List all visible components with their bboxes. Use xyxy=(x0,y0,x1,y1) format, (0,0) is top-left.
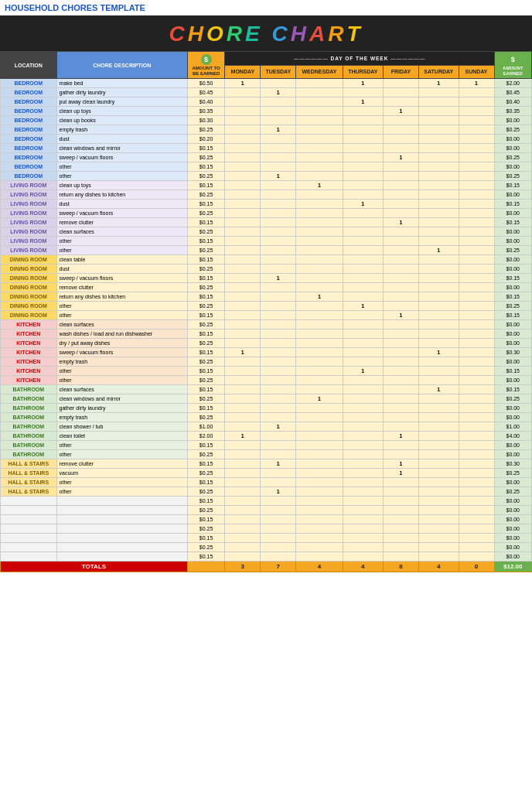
day-cell xyxy=(261,190,296,200)
earned-cell: $0.15 xyxy=(494,200,531,209)
location-cell: BATHROOM xyxy=(1,422,57,432)
earned-cell: $0.25 xyxy=(494,172,531,181)
day-cell xyxy=(261,218,296,227)
tuesday-header: TUESDAY xyxy=(261,65,296,79)
day-cell xyxy=(383,487,418,497)
day-cell xyxy=(343,311,383,320)
day-cell xyxy=(383,348,418,357)
dollar-icon: $ xyxy=(201,54,212,65)
chore-cell: other xyxy=(56,376,187,385)
day-cell xyxy=(418,283,459,292)
amount-cell: $0.25 xyxy=(187,125,224,135)
earned-cell: $0.00 xyxy=(494,265,531,274)
day-cell xyxy=(225,209,261,218)
day-cell xyxy=(225,283,261,292)
day-cell xyxy=(418,432,459,441)
day-cell: 1 xyxy=(261,88,296,97)
location-cell: LIVING ROOM xyxy=(1,200,57,209)
day-cell xyxy=(418,329,459,339)
location-cell: BEDROOM xyxy=(1,79,57,88)
day-cell xyxy=(225,292,261,302)
monday-header: MONDAY xyxy=(225,65,261,79)
location-cell xyxy=(1,543,57,552)
chore-cell: vacuum xyxy=(56,469,187,478)
day-cell xyxy=(383,404,418,413)
totals-row: TOTALS 3 7 4 4 8 4 0 $12.00 xyxy=(1,562,532,572)
chore-cell: return any dishes to kitchen xyxy=(56,292,187,302)
day-cell xyxy=(383,367,418,376)
location-cell: HALL & STAIRS xyxy=(1,487,57,497)
day-cell xyxy=(459,246,494,255)
chore-cell: other xyxy=(56,478,187,487)
day-cell: 1 xyxy=(261,422,296,432)
location-cell: KITCHEN xyxy=(1,367,57,376)
amount-cell: $0.15 xyxy=(187,478,224,487)
day-cell xyxy=(383,339,418,348)
day-cell xyxy=(418,237,459,246)
day-cell xyxy=(418,469,459,478)
day-cell xyxy=(225,97,261,107)
day-cell xyxy=(261,79,296,88)
day-cell xyxy=(261,135,296,144)
day-cell xyxy=(459,348,494,357)
day-cell: 1 xyxy=(343,200,383,209)
amount-cell: $0.25 xyxy=(187,172,224,181)
day-cell xyxy=(383,135,418,144)
table-row: KITCHENother$0.25$0.00 xyxy=(1,376,532,385)
earned-cell: $0.15 xyxy=(494,367,531,376)
day-cell xyxy=(459,524,494,534)
day-cell xyxy=(261,320,296,329)
day-cell xyxy=(296,274,343,283)
totals-label: TOTALS xyxy=(1,562,188,572)
day-cell xyxy=(296,162,343,172)
earned-cell: $0.00 xyxy=(494,283,531,292)
day-cell xyxy=(343,534,383,543)
table-row: $0.15$0.00 xyxy=(1,515,532,524)
day-cell xyxy=(225,524,261,534)
day-cell xyxy=(418,441,459,450)
chore-cell: dust xyxy=(56,200,187,209)
day-cell xyxy=(343,292,383,302)
day-cell: 1 xyxy=(261,459,296,469)
amount-cell: $0.25 xyxy=(187,450,224,459)
day-cell: 1 xyxy=(261,487,296,497)
day-cell xyxy=(383,534,418,543)
day-cell xyxy=(383,88,418,97)
day-cell xyxy=(225,302,261,311)
location-cell: DINING ROOM xyxy=(1,283,57,292)
day-cell xyxy=(418,181,459,190)
day-cell xyxy=(296,209,343,218)
day-cell xyxy=(296,534,343,543)
location-cell: BATHROOM xyxy=(1,394,57,404)
location-cell: LIVING ROOM xyxy=(1,237,57,246)
day-cell: 1 xyxy=(418,246,459,255)
location-cell: BEDROOM xyxy=(1,144,57,153)
day-cell xyxy=(261,144,296,153)
table-row: $0.15$0.00 xyxy=(1,534,532,543)
day-cell xyxy=(459,144,494,153)
day-cell xyxy=(383,320,418,329)
day-cell xyxy=(261,469,296,478)
day-cell xyxy=(343,506,383,515)
day-cell xyxy=(261,404,296,413)
day-cell xyxy=(296,339,343,348)
day-cell xyxy=(383,237,418,246)
total-friday: 8 xyxy=(383,562,418,572)
chore-cell xyxy=(56,524,187,534)
day-cell xyxy=(343,107,383,116)
day-cell xyxy=(418,218,459,227)
day-cell xyxy=(383,227,418,237)
day-cell xyxy=(459,422,494,432)
amount-cell: $0.15 xyxy=(187,181,224,190)
day-cell xyxy=(343,422,383,432)
day-cell xyxy=(343,218,383,227)
day-cell xyxy=(459,543,494,552)
day-cell xyxy=(383,543,418,552)
day-cell xyxy=(296,413,343,422)
table-row: DINING ROOMsweep / vacuum floors$0.151$0… xyxy=(1,274,532,283)
chore-cell: clean table xyxy=(56,255,187,265)
table-row: DINING ROOMclean table$0.15$0.00 xyxy=(1,255,532,265)
day-cell xyxy=(296,543,343,552)
table-row: $0.25$0.00 xyxy=(1,506,532,515)
earned-cell: $0.00 xyxy=(494,543,531,552)
